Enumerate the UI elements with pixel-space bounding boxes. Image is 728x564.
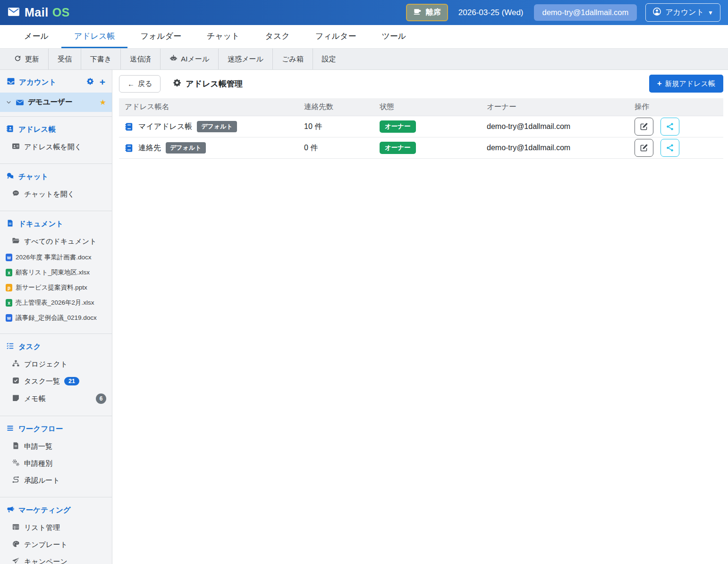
toolbar-ai-mail[interactable]: AIメール [161,49,219,69]
sidebar-item-task-list[interactable]: タスク一覧 21 [0,373,112,390]
share-nodes-icon [666,122,674,131]
addressbook-name: マイアドレス帳 [138,122,192,132]
tab-chat[interactable]: チャット [194,25,253,48]
refresh-icon [14,54,22,64]
sidebar-item-open-addressbook[interactable]: アドレス帳を開く [0,138,112,155]
toolbar-settings[interactable]: 設定 [313,49,345,69]
toolbar-ai-mail-label: AIメール [181,55,209,64]
account-menu-button[interactable]: アカウント ▼ [645,3,720,22]
sidebar-item-approval-route[interactable]: 承認ルート [0,472,112,489]
file-name: 売上管理表_2026年2月.xlsx [16,299,94,307]
sidebar-addressbook-header[interactable]: アドレス帳 [0,121,112,138]
sidebar-section-documents: ドキュメント すべてのドキュメント w 2026年度 事業計画書.docx x … [0,211,112,331]
sidebar-item-open-chat[interactable]: チャットを開く [0,186,112,203]
col-header-owner: オーナー [481,102,629,112]
inbox-icon [7,77,15,87]
user-email-chip[interactable]: demo-try@1dallmail.com [534,4,637,21]
table-header-row: アドレス帳名 連絡先数 状態 オーナー 操作 [119,98,723,116]
table-list-icon [12,523,20,532]
note-icon [12,394,20,403]
list-management-label: リスト管理 [24,523,60,532]
sidebar-file-xlsx-2[interactable]: x 売上管理表_2026年2月.xlsx [0,295,112,310]
share-button[interactable] [660,118,679,136]
file-name: 2026年度 事業計画書.docx [16,253,92,262]
toolbar-spam[interactable]: 迷惑メール [219,49,273,69]
owner-status-badge: オーナー [380,120,416,133]
document-icon [6,219,14,229]
sidebar-item-list-management[interactable]: リスト管理 [0,519,112,536]
coffee-cup-icon [413,7,422,18]
col-header-status: 状態 [374,102,481,112]
toolbar-sent[interactable]: 送信済 [121,49,161,69]
default-badge: デフォルト [197,121,237,132]
open-chat-label: チャットを開く [24,190,75,199]
owner-email: demo-try@1dallmail.com [487,122,570,131]
paper-plane-icon [12,557,20,564]
page-title-label: アドレス帳管理 [186,78,243,89]
sidebar-tasks-header[interactable]: タスク [0,338,112,356]
sidebar-section-marketing: マーケティング リスト管理 テンプレート [0,497,112,564]
route-icon [12,476,20,485]
sidebar-user-demo[interactable]: デモユーザー ★ [0,93,112,112]
gear-icon [173,78,181,89]
sidebar-item-projects[interactable]: プロジェクト [0,356,112,373]
pptx-file-icon: p [6,284,12,291]
add-account-icon[interactable]: + [100,78,105,86]
file-name: 議事録_定例会議_0219.docx [16,314,97,322]
sidebar-chat-header[interactable]: チャット [0,168,112,186]
edit-button[interactable] [635,118,653,136]
sidebar-marketing-header[interactable]: マーケティング [0,502,112,519]
sidebar-item-application-list[interactable]: 申請一覧 [0,438,112,455]
toolbar-drafts[interactable]: 下書き [81,49,121,69]
toolbar-inbox[interactable]: 受信 [49,49,81,69]
cell-name: 連絡先 デフォルト [119,142,298,154]
docx-file-icon: w [6,254,12,261]
away-status-button[interactable]: 離席 [406,4,448,21]
toolbar-trash[interactable]: ごみ箱 [273,49,313,69]
sidebar-item-all-documents[interactable]: すべてのドキュメント [0,233,112,250]
sidebar-item-application-types[interactable]: 申請種別 [0,455,112,472]
sidebar-file-xlsx-1[interactable]: x 顧客リスト_関東地区.xlsx [0,265,112,280]
address-book-icon [125,144,134,153]
tab-folder[interactable]: フォルダー [127,25,194,48]
sidebar-file-docx-1[interactable]: w 2026年度 事業計画書.docx [0,250,112,265]
share-button[interactable] [660,139,679,157]
sidebar-section-chat: チャット チャットを開く [0,163,112,208]
sidebar-file-docx-2[interactable]: w 議事録_定例会議_0219.docx [0,310,112,325]
contact-count: 0 件 [304,143,318,153]
sidebar-addressbook-label: アドレス帳 [18,125,56,135]
back-button[interactable]: ← 戻る [119,75,161,93]
templates-label: テンプレート [24,540,68,549]
toolbar-trash-label: ごみ箱 [282,55,304,64]
memo-label: メモ帳 [24,394,46,403]
new-addressbook-button[interactable]: + 新規アドレス帳 [649,75,723,93]
sidebar-file-pptx-1[interactable]: p 新サービス提案資料.pptx [0,280,112,295]
tab-addressbook[interactable]: アドレス帳 [61,25,128,48]
page-title: アドレス帳管理 [173,78,243,89]
back-button-label: 戻る [138,79,152,88]
all-documents-label: すべてのドキュメント [24,237,97,246]
file-name: 新サービス提案資料.pptx [16,283,87,292]
gear-icon[interactable] [86,77,94,87]
sidebar-item-memo[interactable]: メモ帳 6 [0,390,112,408]
edit-button[interactable] [635,139,653,157]
toolbar-refresh[interactable]: 更新 [5,49,49,69]
check-square-icon [12,376,20,386]
table-row[interactable]: マイアドレス帳 デフォルト 10 件 オーナー demo-try@1dallma… [119,116,723,137]
mail-toolbar: 更新 受信 下書き 送信済 AIメール 迷惑メール ごみ箱 設定 [0,49,728,70]
tab-task[interactable]: タスク [253,25,303,48]
sidebar-workflow-header[interactable]: ワークフロー [0,420,112,438]
campaigns-label: キャンペーン [24,557,68,564]
sidebar-item-campaigns[interactable]: キャンペーン [0,553,112,564]
envelope-logo-icon [8,6,20,20]
table-row[interactable]: 連絡先 デフォルト 0 件 オーナー demo-try@1dallmail.co… [119,137,723,159]
tab-mail[interactable]: メール [11,25,61,48]
sidebar-item-templates[interactable]: テンプレート [0,536,112,553]
sidebar-documents-header[interactable]: ドキュメント [0,215,112,233]
sidebar-marketing-label: マーケティング [18,505,71,515]
owner-email: demo-try@1dallmail.com [487,144,570,152]
tab-filter[interactable]: フィルター [303,25,369,48]
tab-tools[interactable]: ツール [369,25,419,48]
toolbar-settings-label: 設定 [322,55,336,64]
docx-file-icon: w [6,314,12,322]
